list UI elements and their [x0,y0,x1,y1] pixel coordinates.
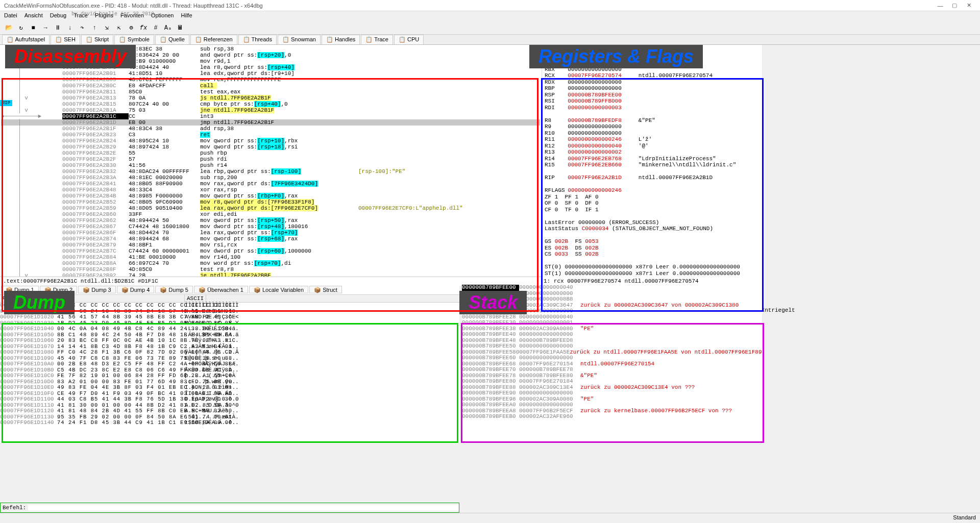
disasm-row[interactable]: │ 00007FF96E2A2B4B48:8985 F0000000mov qw… [1,193,540,199]
register-row[interactable]: RDI 0000000000000003 [545,105,760,111]
disasm-row[interactable]: │ 00007FF96E2A2B0141:8D51 10lea edx,qwor… [1,70,540,77]
disasm-row[interactable]: │ 00007FF96E2A2B1F48:83C4 38add rsp,38 [1,126,540,132]
disasm-row[interactable]: │ 00007FF96E2A2B6248:894424 50mov qword … [1,217,540,223]
calc-icon[interactable]: 🖩 [176,23,185,33]
close-button[interactable]: ✕ [962,2,976,9]
restart-icon[interactable]: ↻ [16,23,26,33]
tab[interactable]: 📋 Referenzen [190,35,237,44]
disasm-row[interactable]: │ 00007FF96E2A2B23C3ret [1,132,540,138]
menu-item[interactable]: Datei [4,12,17,20]
register-row[interactable]: R14 00007FF96E2EB768 "LdrpInitializeProc… [545,156,760,162]
maximize-button[interactable]: ▢ [947,2,962,9]
stack-row[interactable]: 000000B789BFEE50 0000000000000000 [462,343,762,350]
dump-row[interactable]: 00007FF96E1D114074 24 F1 D8 45 3B 44 C9 … [0,420,459,426]
disasm-row[interactable]: │ 00007FF96E2A2B67C74424 48 16001800mov … [1,223,540,230]
disasm-row[interactable]: │ 00007FF96E2A2B8A66:897C24 70mov word p… [1,260,540,266]
dump-tab[interactable]: 📦 Struct [309,286,342,293]
stack-row[interactable]: 000000B789BFEE40 0000000000000000 [462,332,762,338]
run-icon[interactable]: → [41,23,50,33]
register-row[interactable]: R10 0000000000000000 [545,130,760,137]
tab[interactable]: 📋 Skript [81,35,113,44]
command-input[interactable] [28,505,459,511]
disasm-row[interactable]: │ 00007FF96E2A2B524C:8B05 9FC60900mov r8… [1,199,540,205]
tab[interactable]: 📋 Snowman [278,35,321,44]
dump-tab[interactable]: 📦 Überwachen 1 [194,286,248,293]
stop-icon[interactable]: ■ [29,23,38,33]
stack-row[interactable]: 000000B789BFEE80 00007FF96E270184 [462,379,762,385]
tab[interactable]: 📋 Symbole [114,35,154,44]
disasm-row[interactable]: │ 00007FF96E2A2B6033FFxor edi,edi [1,211,540,217]
disasm-row[interactable]: │ 00007FF96E2A2B7CC74424 60 00000001mov … [1,248,540,254]
dump-row[interactable]: 00007FF96E1D106020 83 BC C8 FF 0C 0C AE … [0,338,459,344]
disasm-row[interactable]: │ 00007FF96E2A2B0CE8 4FDAFCFFcall [1,83,540,89]
disasm-row[interactable]: │ v 00007FF96E2A2B1378 0Ajs ntdll.7FF96E… [1,95,540,101]
dump-row[interactable]: 00007FF96E1D10A000 2B E8 48 D3 E2 C5 FF … [0,361,459,367]
stack-row[interactable]: 000000B789BFEE00 0000000000000040 [462,285,762,291]
dump-tab[interactable]: 📦 Dump 5 [155,286,193,293]
register-row[interactable]: R12 0000000000000040 '@' [545,143,760,150]
dump-row[interactable]: 00007FF96E1D102041 56 41 57 44 8B 39 45 … [0,314,459,320]
disasm-row[interactable]: │ 00007FF96E2A2B3A48:81EC 00020000sub rs… [1,175,540,181]
stack-row[interactable]: 000000B789BFEE90 0000000000000000 [462,390,762,396]
minimize-button[interactable]: — [933,3,947,9]
tab[interactable]: 📋 SEH [51,35,80,44]
disassembly-panel[interactable]: RIP │ 00007FF96E2A2AEB48:83EC 38sub rsp,… [0,45,541,277]
register-row[interactable]: RCX 00007FF96E270574 ntdll.00007FF96E270… [545,72,760,79]
menu-item[interactable]: Hilfe [181,12,192,20]
register-row[interactable]: RBP 0000000000000000 [545,85,760,92]
register-row[interactable]: RSI 000000B789FFB000 [545,98,760,105]
register-row[interactable]: RDX 0000000000000000 [545,79,760,86]
disasm-row[interactable]: │ 00007FF96E2A2B7948:8BF1mov rsi,rcx [1,242,540,248]
stack-row[interactable]: 000000B789BFEE60 0000000000000000 [462,355,762,361]
tab[interactable]: 📋 CPU [394,35,424,44]
register-row[interactable]: R15 00007FF96E2EB660 "minkernel\\ntdll\\… [545,162,760,168]
dump-tab[interactable]: 📦 Dump 3 [78,286,116,293]
dump-row[interactable]: 00007FF96E1D110044 03 C8 B5 41 44 3B F8 … [0,396,459,403]
disasm-row[interactable]: │ 00007FF96E2A2B2948:897424 18mov qword … [1,144,540,150]
tab[interactable]: 📋 Handles [322,35,360,44]
disasm-row[interactable]: │ 00007FF96E2A2B4148:8B05 88F90900mov ra… [1,181,540,187]
disasm-row[interactable]: │ 00007FF96E2A2B7448:894424 68mov qword … [1,236,540,242]
register-row[interactable]: R8 000000B789BFEDF8 &"PE" [545,117,760,124]
stack-row[interactable]: 000000B789BFEE30 0000000000000001 [462,320,762,326]
trace-into-icon[interactable]: ⇲ [102,23,111,33]
dump-tab[interactable]: 📦 Locale Variablen [249,286,308,293]
dump-row[interactable]: 00007FF96E1D104000 4C 0A 04 08 49 4B C8 … [0,326,459,332]
hash-icon[interactable]: # [151,23,160,33]
disasm-row[interactable]: │ 00007FF96E2A2B1DEB 00jmp ntdll.7FF96E2… [1,119,540,126]
font-icon[interactable]: Aₐ [163,23,173,33]
stack-row[interactable]: 000000B789BFEEB0 000002AC32AFE960 [462,414,762,420]
dump-row[interactable]: 00007FF96E1D112041 81 48 84 2B 4D 41 55 … [0,408,459,414]
disasm-row[interactable]: │ 00007FF96E2A2B6F48:8D4424 70lea rax,qw… [1,230,540,236]
register-row[interactable]: R13 0000000000000002 [545,149,760,156]
trace-over-icon[interactable]: ⇱ [114,23,124,33]
step-over-icon[interactable]: ↷ [78,23,87,33]
step-out-icon[interactable]: ↑ [90,23,99,33]
disasm-row[interactable]: │ 00007FF96E2A2B8441:BE 00010000mov r14d… [1,254,540,260]
dump-row[interactable]: 00007FF96E1D10E049 83 FE 04 4E 3B 8F 03 … [0,385,459,391]
disasm-row[interactable]: │ 00007FF96E2A2B8F4D:85C0test r8,r8 [1,266,540,272]
stack-row[interactable]: 000000B789BFEEA0 0000000000000000 [462,402,762,408]
tab[interactable]: 📋 Trace [361,35,393,44]
menu-item[interactable]: Optionen [151,12,174,20]
disasm-row[interactable]: │ 00007FF96E2A2B4848:33C4xor rax,rsp [1,187,540,193]
disasm-row[interactable]: │ 00007FF96E2A2B2448:895C24 10mov qword … [1,138,540,144]
dump-row[interactable]: 00007FF96E1D10C0FE 7F 82 19 01 00 06 84 … [0,373,459,379]
register-row[interactable]: RIP 00007FF96E2A2B1D ntdll.00007FF96E2A2… [545,175,760,181]
menu-item[interactable]: Ansicht [24,12,43,20]
disasm-row[interactable]: ●──────────►00007FF96E2A2B1CCCint3 [1,113,540,119]
fx-icon[interactable]: fx [139,23,148,33]
disasm-row[interactable]: │ 00007FF96E2A2B5948:8D05 90510400lea ra… [1,205,540,211]
disasm-row[interactable]: │ 00007FF96E2A2B3248:8DAC24 00FFFFFFlea … [1,168,540,175]
disasm-row[interactable]: │ 00007FF96E2A2B15807C24 40 00cmp byte p… [1,101,540,107]
tab[interactable]: 📋 Aufrufstapel [2,35,50,44]
open-icon[interactable]: 📂 [4,23,13,33]
stack-row[interactable]: 000000B789BFEE70 000000B789BFEE78 [462,367,762,373]
dump-row[interactable]: 00007FF96E1D1080FF C0 4C 28 F1 3B C6 0F … [0,350,459,356]
step-into-icon[interactable]: ↓ [65,23,75,33]
disasm-row[interactable]: │ 00007FF96E2A2B2F57push rdi [1,156,540,162]
register-row[interactable]: R9 0000000000000000 [545,123,760,130]
menu-item[interactable]: Debug [50,12,66,20]
disasm-row[interactable]: │ 00007FF96E2A2B2E55push rbp [1,150,540,156]
disasm-row[interactable]: │ v 00007FF96E2A2B1A75 03jne ntdll.7FF96… [1,107,540,113]
